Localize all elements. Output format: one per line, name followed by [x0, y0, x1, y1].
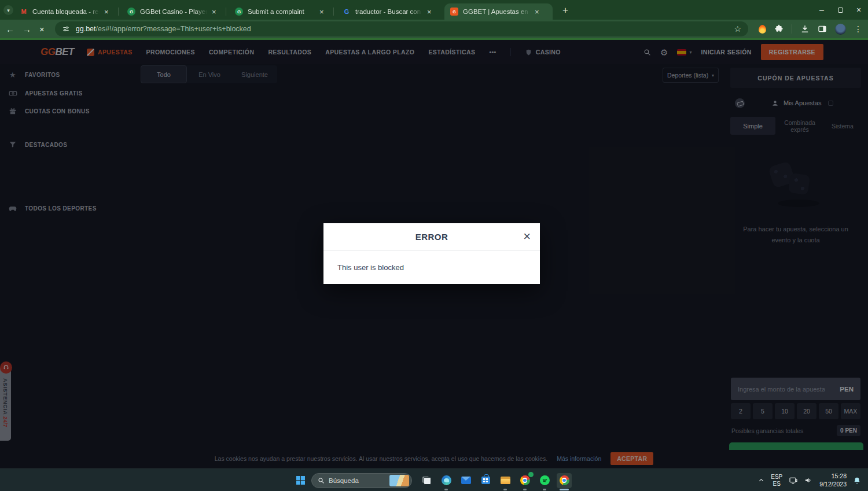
task-view-button[interactable]	[419, 473, 434, 488]
browser-tab-3[interactable]: G Submit a complaint ×	[229, 3, 331, 20]
download-icon[interactable]	[800, 24, 810, 34]
spotify-icon	[540, 475, 550, 485]
store-button[interactable]	[478, 473, 493, 488]
tray-chevron-icon[interactable]	[758, 477, 764, 483]
browser-tab-1[interactable]: M Cuenta bloqueada - renzitico12 ×	[14, 3, 116, 20]
notification-bell-icon[interactable]	[853, 477, 861, 485]
chrome-active-button[interactable]	[557, 473, 572, 488]
close-tab-icon[interactable]: ×	[319, 8, 324, 16]
profile-badge-icon	[528, 472, 534, 477]
url-path: /es#!/app/error?message=This+user+is+blo…	[96, 25, 251, 33]
language-line-1: ESP	[771, 474, 782, 481]
browser-tab-2[interactable]: G GGBet Casino - Player's accoun ×	[122, 3, 223, 20]
chrome-profile-button[interactable]	[517, 473, 532, 488]
back-button[interactable]: ←	[6, 25, 14, 34]
tab-separator	[226, 8, 226, 16]
tray-clock[interactable]: 15:28 9/12/2023	[819, 472, 847, 488]
stop-loading-button[interactable]: ×	[39, 25, 45, 34]
language-indicator[interactable]: ESP ES	[771, 474, 782, 487]
network-icon[interactable]	[789, 476, 798, 485]
browser-tab-5-active[interactable]: G GGBET | Apuestas en línea | Siti ×	[444, 3, 553, 20]
language-line-2: ES	[771, 481, 782, 488]
tab-separator	[333, 8, 334, 16]
ggbet-page: GGBET APUESTAS PROMOCIONES COMPETICIÓN R…	[0, 40, 868, 468]
address-bar[interactable]: gg.bet/es#!/app/error?message=This+user+…	[55, 21, 748, 36]
minimize-button[interactable]: –	[812, 0, 831, 20]
modal-header: ERROR ×	[323, 223, 540, 250]
mail-icon	[461, 477, 471, 484]
gmail-icon: M	[20, 8, 28, 16]
toolbar-divider	[792, 24, 792, 34]
browser-tabstrip: ▾ M Cuenta bloqueada - renzitico12 × G G…	[0, 0, 868, 20]
mail-button[interactable]	[458, 473, 473, 488]
browser-menu-icon[interactable]: ⋮	[854, 24, 862, 34]
close-window-button[interactable]: ×	[849, 0, 868, 20]
tab-separator	[118, 8, 119, 16]
bookmark-star-icon[interactable]: ☆	[734, 24, 741, 34]
edge-button[interactable]	[439, 473, 454, 488]
browser-tab-4[interactable]: G traductor - Buscar con Google ×	[337, 3, 439, 20]
ggbet-orange-icon: G	[450, 8, 458, 16]
new-tab-button[interactable]: +	[559, 4, 572, 17]
error-modal: ERROR × This user is blocked	[323, 223, 540, 284]
tab-title: Submit a complaint	[248, 8, 315, 15]
modal-title: ERROR	[415, 232, 448, 242]
close-tab-icon[interactable]: ×	[104, 8, 109, 16]
site-info-icon[interactable]	[62, 25, 70, 33]
search-magnifier-icon	[318, 477, 325, 484]
chrome-icon	[520, 475, 530, 485]
close-tab-icon[interactable]: ×	[535, 8, 539, 16]
windows-logo-icon	[296, 476, 300, 480]
screen: ▾ M Cuenta bloqueada - renzitico12 × G G…	[0, 0, 868, 491]
tab-search-chevron-icon[interactable]: ▾	[3, 5, 13, 15]
close-tab-icon[interactable]: ×	[212, 8, 216, 16]
profile-avatar[interactable]	[835, 24, 846, 35]
task-view-icon	[422, 477, 431, 485]
tab-title: traductor - Buscar con Google	[355, 8, 422, 15]
browser-toolbar: ← → × gg.bet/es#!/app/error?message=This…	[0, 20, 868, 38]
tray-date: 9/12/2023	[819, 481, 847, 488]
taskbar-search-input[interactable]	[329, 477, 374, 484]
folder-icon	[501, 477, 510, 484]
url-domain: gg.bet	[76, 25, 96, 33]
google-icon: G	[343, 8, 351, 16]
modal-message: This user is blocked	[323, 250, 540, 284]
tab-title: Cuenta bloqueada - renzitico12	[32, 8, 100, 15]
windows-taskbar: ESP ES 15:28 9/12/2023	[0, 468, 868, 491]
side-panel-icon[interactable]	[818, 24, 827, 34]
store-icon	[481, 477, 490, 484]
window-controls: – ×	[812, 0, 868, 20]
start-button[interactable]	[294, 473, 307, 488]
taskbar-search[interactable]	[311, 473, 412, 488]
tab-title: GGBET | Apuestas en línea | Siti	[463, 8, 530, 15]
file-explorer-button[interactable]	[498, 473, 513, 488]
maximize-icon	[838, 8, 843, 13]
maximize-button[interactable]	[831, 0, 849, 20]
close-tab-icon[interactable]: ×	[427, 8, 432, 16]
search-highlight-thumbnail	[389, 475, 409, 486]
extensions-puzzle-icon[interactable]	[774, 24, 784, 34]
complaint-site-icon: G	[235, 8, 243, 16]
taskbar-center	[294, 469, 572, 491]
flame-extension-icon[interactable]	[759, 25, 766, 34]
ggbet-casino-icon: G	[127, 8, 135, 16]
spotify-button[interactable]	[537, 473, 552, 488]
tray-time: 15:28	[819, 472, 847, 480]
system-tray: ESP ES 15:28 9/12/2023	[758, 469, 861, 491]
chrome-icon	[560, 475, 569, 485]
edge-icon	[442, 475, 451, 485]
modal-close-icon[interactable]: ×	[523, 230, 531, 243]
forward-button[interactable]: →	[23, 25, 31, 34]
volume-icon[interactable]	[804, 476, 813, 485]
tab-title: GGBet Casino - Player's accoun	[140, 8, 207, 15]
